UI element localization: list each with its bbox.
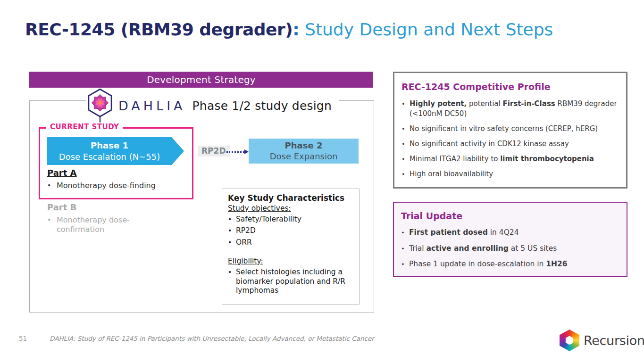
- bullet-text: potential: [467, 99, 502, 108]
- footnote: DAHLIA: Study of REC-1245 in Participant…: [50, 335, 374, 342]
- dahlia-logo-icon: [86, 88, 114, 123]
- arrowhead-icon: [244, 149, 249, 154]
- dotted-line: [226, 151, 244, 153]
- objective-text: Safety/Tolerability: [236, 215, 301, 224]
- part-b-heading: Part B: [47, 202, 149, 212]
- objective-item: Safety/Tolerability: [228, 215, 353, 224]
- bullet-text: First patient dosed: [409, 228, 488, 237]
- part-a-bullet-text: Monotherapy dose-finding: [57, 181, 156, 190]
- spacer: [228, 247, 353, 257]
- bullet-text: limit thrombocytopenia: [500, 155, 594, 163]
- dahlia-wordmark: DAHLIA: [118, 99, 186, 113]
- part-a-heading: Part A: [47, 168, 156, 178]
- slide: REC-1245 (RBM39 degrader): Study Design …: [0, 0, 644, 362]
- bullet-text: Highly potent,: [410, 99, 467, 108]
- phase1-title: Phase 1: [91, 140, 128, 151]
- phase1-subtitle: Dose Escalation (N~55): [59, 151, 160, 162]
- bullet-text: Minimal ITGA2 liability to: [410, 155, 500, 163]
- part-b-section: Part B Monotherapy dose-confirmation: [47, 202, 149, 234]
- bullet-text: High oral bioavailability: [410, 169, 493, 179]
- objective-text: RP2D: [236, 226, 256, 235]
- trial-update-box: Trial Update First patient dosed in 4Q24…: [393, 202, 627, 277]
- recursion-hexagon-icon: [560, 329, 579, 351]
- competitive-profile-box: REC-1245 Competitive Profile Highly pote…: [393, 72, 627, 189]
- page-title: REC-1245 (RBM39 degrader): Study Design …: [25, 20, 553, 39]
- phase2-subtitle: Dose Expansion: [270, 151, 338, 162]
- page-number: 51: [19, 335, 27, 342]
- part-b-bullet: Monotherapy dose-confirmation: [47, 215, 149, 234]
- profile-bullet: Highly potent, potential First-in-Class …: [401, 99, 620, 119]
- objective-item: RP2D: [228, 226, 353, 235]
- trial-bullet: Trial active and enrolling at 5 US sites: [401, 244, 621, 254]
- eligibility-text: Select histologies including a biomarker…: [236, 268, 353, 295]
- trial-update-title: Trial Update: [401, 211, 621, 221]
- study-design-title: Phase 1/2 study design: [192, 99, 332, 113]
- recursion-wordmark: Recursion.: [584, 333, 644, 348]
- study-objectives-heading: Study objectives:: [228, 204, 353, 213]
- bullet-text: active and enrolling: [427, 244, 509, 253]
- competitive-profile-title: REC-1245 Competitive Profile: [401, 82, 620, 92]
- bullet-text: No significant in vitro safety concerns …: [410, 124, 598, 134]
- bullet-text: 1H26: [546, 260, 567, 268]
- key-study-title: Key Study Characteristics: [228, 193, 353, 203]
- objective-text: ORR: [236, 238, 252, 247]
- trial-bullet: Phase 1 update in dose-escalation in 1H2…: [401, 259, 621, 270]
- bullet-text: No significant activity in CDK12 kinase …: [410, 139, 569, 149]
- part-b-bullet-text: Monotherapy dose-confirmation: [57, 215, 149, 234]
- rp2d-chip: RP2D: [198, 146, 230, 156]
- bullet-text: Trial: [409, 244, 427, 253]
- phase1-arrow: Phase 1 Dose Escalation (N~55): [47, 137, 184, 165]
- development-strategy-label: Development Strategy: [147, 74, 256, 85]
- profile-bullet: High oral bioavailability: [401, 169, 620, 179]
- page-title-main: REC-1245 (RBM39 degrader): [25, 20, 293, 39]
- study-design-header: DAHLIA Phase 1/2 study design: [86, 88, 339, 123]
- part-a-bullet: Monotherapy dose-finding: [47, 181, 156, 190]
- trial-bullet: First patient dosed in 4Q24: [401, 228, 621, 238]
- phase2-title: Phase 2: [285, 140, 323, 151]
- eligibility-item: Select histologies including a biomarker…: [228, 268, 353, 295]
- part-a-section: Part A Monotherapy dose-finding: [47, 168, 156, 190]
- page-title-subtitle: Study Design and Next Steps: [300, 20, 553, 39]
- bullet-text: in 4Q24: [488, 228, 519, 237]
- development-strategy-header: Development Strategy: [29, 72, 373, 88]
- profile-bullet: No significant in vitro safety concerns …: [401, 124, 620, 134]
- bullet-text: Phase 1 update in dose-escalation in: [409, 260, 546, 268]
- eligibility-heading: Eligibility:: [228, 257, 353, 265]
- profile-bullet: No significant activity in CDK12 kinase …: [401, 139, 620, 149]
- page-title-colon: :: [293, 20, 299, 39]
- key-study-characteristics-box: Key Study Characteristics Study objectiv…: [222, 189, 360, 304]
- bullet-text: First-in-Class: [502, 99, 555, 108]
- objective-item: ORR: [228, 238, 353, 247]
- bullet-text: at 5 US sites: [509, 244, 557, 253]
- current-study-label: CURRENT STUDY: [46, 123, 123, 131]
- phase2-box: Phase 2 Dose Expansion: [249, 139, 359, 164]
- rp2d-dotted-arrow-icon: [226, 148, 249, 156]
- recursion-logo: Recursion.: [560, 329, 644, 351]
- profile-bullet: Minimal ITGA2 liability to limit thrombo…: [401, 154, 620, 164]
